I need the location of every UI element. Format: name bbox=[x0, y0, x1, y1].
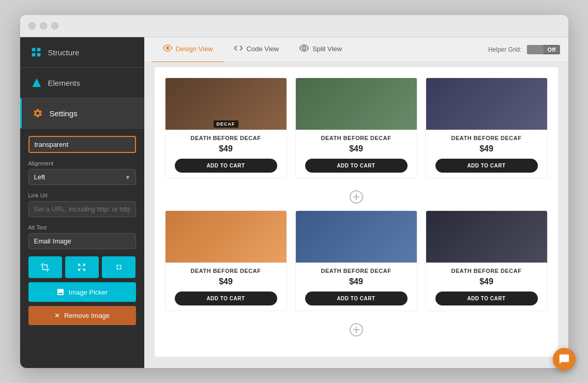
alignment-select[interactable]: Left Center Right bbox=[28, 169, 136, 185]
svg-marker-4 bbox=[32, 79, 41, 87]
product-card-top-2: DEATH BEFORE DECAF $49 ADD TO CART bbox=[295, 78, 417, 178]
browser-titlebar bbox=[20, 15, 568, 37]
code-view-label: Code View bbox=[247, 45, 279, 53]
product-card-top-1: DECAF DEATH BEFORE DECAF $49 ADD TO CART bbox=[165, 78, 287, 178]
remove-image-btn[interactable]: ✕ Remove Image bbox=[28, 306, 136, 325]
product-name-top-2: DEATH BEFORE DECAF bbox=[300, 135, 413, 141]
svg-rect-2 bbox=[37, 48, 40, 52]
alignment-select-wrapper: Left Center Right ▼ bbox=[28, 169, 136, 185]
alt-text-input[interactable] bbox=[28, 233, 136, 249]
tab-design-view[interactable]: Design View bbox=[153, 37, 223, 63]
product-info-top-1: DEATH BEFORE DECAF $49 ADD TO CART bbox=[165, 130, 287, 178]
expand-tool-btn[interactable] bbox=[65, 256, 99, 278]
image-picker-btn[interactable]: Image Picker bbox=[28, 282, 136, 302]
sidebar: Structure Elements Settings bbox=[20, 37, 144, 368]
design-view-label: Design View bbox=[176, 45, 213, 53]
sidebar-elements-label: Elements bbox=[48, 79, 81, 87]
product-img-bot-2 bbox=[296, 211, 417, 263]
product-img-wrap-top-1: DECAF bbox=[165, 78, 287, 130]
split-view-icon bbox=[299, 43, 309, 54]
product-img-top-3 bbox=[426, 78, 547, 130]
alt-text-group: Alt Text bbox=[28, 224, 136, 249]
alignment-group: Alignment Left Center Right ▼ bbox=[28, 160, 136, 185]
product-card-top-3: DEATH BEFORE DECAF $49 ADD TO CART bbox=[426, 78, 548, 178]
product-card-bot-2: DEATH BEFORE DECAF $49 ADD TO CART bbox=[295, 210, 417, 311]
product-img-wrap-bot-2 bbox=[296, 211, 417, 263]
link-url-group: Link Url bbox=[28, 192, 136, 217]
product-name-bot-2: DEATH BEFORE DECAF bbox=[300, 268, 413, 274]
product-price-bot-3: $49 bbox=[430, 277, 543, 286]
design-view-icon bbox=[163, 43, 172, 54]
product-info-bot-3: DEATH BEFORE DECAF $49 ADD TO CART bbox=[426, 263, 547, 311]
product-name-bot-1: DEATH BEFORE DECAF bbox=[170, 268, 282, 274]
product-name-bot-3: DEATH BEFORE DECAF bbox=[430, 268, 543, 274]
browser-window: Structure Elements Settings bbox=[20, 15, 568, 368]
sidebar-item-settings[interactable]: Settings bbox=[20, 98, 144, 128]
product-img-top-2 bbox=[296, 78, 417, 130]
split-view-label: Split View bbox=[312, 45, 342, 53]
top-product-grid: DECAF DEATH BEFORE DECAF $49 ADD TO CART bbox=[165, 78, 548, 178]
bg-color-group bbox=[28, 136, 136, 153]
helper-grid-toggle[interactable]: Off bbox=[527, 45, 560, 54]
product-price-top-1: $49 bbox=[170, 144, 282, 154]
product-info-bot-1: DEATH BEFORE DECAF $49 ADD TO CART bbox=[165, 263, 287, 311]
tab-split-view[interactable]: Split View bbox=[289, 37, 352, 63]
canvas-area: DECAF DEATH BEFORE DECAF $49 ADD TO CART bbox=[144, 62, 568, 368]
helper-grid-label: Helper Grid: bbox=[488, 46, 522, 53]
browser-btn-max[interactable] bbox=[51, 22, 58, 29]
product-info-bot-2: DEATH BEFORE DECAF $49 ADD TO CART bbox=[296, 263, 417, 311]
browser-btn-min[interactable] bbox=[40, 22, 47, 29]
svg-rect-1 bbox=[32, 53, 35, 57]
product-card-bot-3: DEATH BEFORE DECAF $49 ADD TO CART bbox=[426, 210, 548, 311]
product-img-wrap-bot-3 bbox=[426, 211, 547, 263]
sidebar-settings-label: Settings bbox=[50, 109, 78, 118]
product-img-wrap-top-2 bbox=[296, 78, 417, 130]
add-to-cart-top-3[interactable]: ADD TO CART bbox=[435, 159, 538, 173]
image-picker-label: Image Picker bbox=[69, 288, 108, 296]
add-to-cart-bot-3[interactable]: ADD TO CART bbox=[435, 292, 538, 305]
shrink-tool-btn[interactable] bbox=[102, 256, 135, 278]
add-row-btn-bottom[interactable] bbox=[165, 316, 548, 343]
sidebar-item-elements[interactable]: Elements bbox=[20, 68, 144, 98]
svg-point-6 bbox=[303, 47, 306, 50]
add-to-cart-top-1[interactable]: ADD TO CART bbox=[175, 159, 277, 173]
add-to-cart-bot-2[interactable]: ADD TO CART bbox=[305, 292, 408, 305]
alt-text-label: Alt Text bbox=[28, 224, 136, 231]
sidebar-nav: Structure Elements Settings bbox=[20, 37, 144, 129]
product-img-wrap-top-3 bbox=[426, 78, 547, 130]
product-name-top-1: DEATH BEFORE DECAF bbox=[170, 135, 282, 141]
product-info-top-3: DEATH BEFORE DECAF $49 ADD TO CART bbox=[426, 130, 547, 178]
remove-image-label: Remove Image bbox=[64, 312, 110, 319]
decaf-label-1: DECAF bbox=[214, 120, 238, 128]
product-name-top-3: DEATH BEFORE DECAF bbox=[430, 135, 543, 141]
add-to-cart-bot-1[interactable]: ADD TO CART bbox=[175, 292, 277, 305]
elements-icon bbox=[31, 77, 42, 88]
top-product-section: DECAF DEATH BEFORE DECAF $49 ADD TO CART bbox=[165, 78, 548, 178]
link-url-label: Link Url bbox=[28, 192, 136, 198]
remove-x-icon: ✕ bbox=[54, 312, 60, 319]
crop-tool-btn[interactable] bbox=[28, 256, 62, 278]
product-card-bot-1: DEATH BEFORE DECAF $49 ADD TO CART bbox=[165, 210, 287, 311]
bg-color-input[interactable] bbox=[28, 136, 136, 153]
chat-widget[interactable] bbox=[553, 348, 576, 371]
toggle-track bbox=[527, 45, 544, 54]
add-to-cart-top-2[interactable]: ADD TO CART bbox=[305, 159, 408, 173]
svg-rect-3 bbox=[37, 53, 40, 57]
link-url-input[interactable] bbox=[28, 201, 136, 217]
product-price-bot-1: $49 bbox=[170, 277, 282, 286]
product-img-bot-3 bbox=[426, 211, 547, 263]
bottom-product-section: DEATH BEFORE DECAF $49 ADD TO CART bbox=[165, 210, 548, 311]
product-price-bot-2: $49 bbox=[300, 277, 413, 286]
svg-point-5 bbox=[166, 47, 169, 50]
product-info-top-2: DEATH BEFORE DECAF $49 ADD TO CART bbox=[296, 130, 417, 178]
add-row-btn-middle[interactable] bbox=[165, 183, 548, 210]
sidebar-item-structure[interactable]: Structure bbox=[20, 37, 144, 67]
code-view-icon bbox=[234, 43, 243, 54]
settings-icon bbox=[32, 108, 43, 119]
image-tools bbox=[28, 256, 136, 278]
tab-code-view[interactable]: Code View bbox=[223, 37, 290, 63]
view-tabs-bar: Design View Code View Split View bbox=[144, 37, 568, 62]
product-img-wrap-bot-1 bbox=[165, 211, 287, 263]
product-img-bot-1 bbox=[165, 211, 287, 263]
browser-btn-close[interactable] bbox=[28, 22, 36, 29]
